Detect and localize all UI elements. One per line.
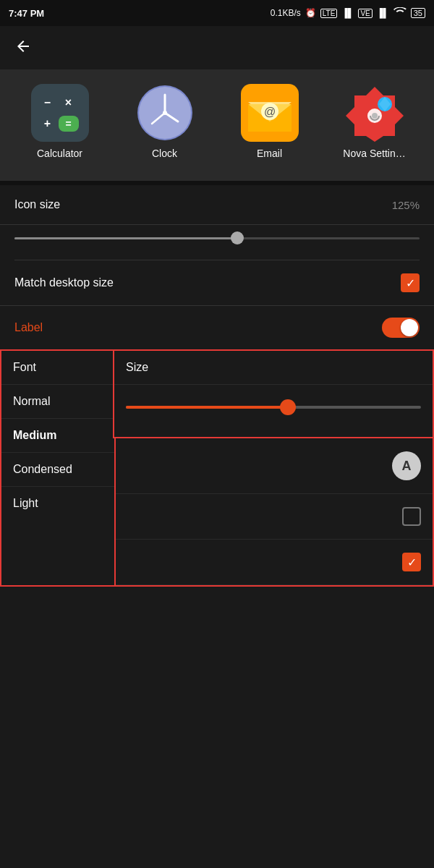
lte2-icon: VE: [358, 9, 372, 18]
icon-size-label: Icon size: [14, 198, 60, 211]
back-button[interactable]: [0, 26, 434, 69]
font-header: Font: [1, 351, 114, 385]
email-label: Email: [257, 148, 282, 159]
lte-icon: LTE: [320, 9, 338, 18]
clock-label: Clock: [152, 148, 177, 159]
label-toggle[interactable]: [382, 318, 420, 338]
calculator-label: Calculator: [37, 148, 82, 159]
checkbox-checked[interactable]: ✓: [402, 553, 421, 571]
icon-size-row: Icon size 125%: [0, 185, 434, 225]
svg-point-17: [372, 113, 378, 119]
clock-icon: [136, 84, 194, 142]
size-slider-area[interactable]: [114, 385, 433, 437]
font-item-light[interactable]: Light: [1, 487, 114, 520]
status-bar: 7:47 PM 0.1KB/s ⏰ LTE ▐▌ VE ▐▌ 35: [0, 0, 434, 26]
font-item-medium[interactable]: Medium: [1, 419, 114, 453]
svg-text:@: @: [263, 106, 275, 118]
label-row: Label: [0, 306, 434, 349]
size-header: Size: [114, 351, 433, 385]
email-icon: @: [241, 84, 299, 142]
right-item-avatar: A: [116, 438, 433, 494]
network-speed: 0.1KB/s: [271, 8, 301, 18]
match-desktop-row[interactable]: Match desktop size ✓: [0, 260, 434, 306]
icon-size-slider-row[interactable]: [0, 225, 434, 260]
signal2-icon: ▐▌: [377, 8, 389, 18]
font-box: Font Normal Medium Condensed Light: [0, 349, 116, 587]
toggle-knob: [401, 319, 418, 336]
checkbox-empty[interactable]: [402, 507, 421, 526]
font-size-container: Font Normal Medium Condensed Light Size: [0, 349, 434, 587]
battery-icon: 35: [411, 8, 425, 18]
size-right-column: Size A: [114, 349, 434, 587]
right-item-checkbox-empty[interactable]: [116, 494, 433, 540]
alarm-icon: ⏰: [305, 8, 316, 18]
app-item-clock[interactable]: Clock: [125, 84, 205, 159]
app-item-calculator[interactable]: − × + = Calculator: [20, 84, 100, 159]
label-text: Label: [14, 321, 43, 334]
app-item-email[interactable]: @ Email: [230, 84, 310, 159]
nova-label: Nova Settin…: [343, 148, 405, 159]
wifi-icon: [393, 7, 407, 20]
status-time: 7:47 PM: [9, 8, 44, 19]
calculator-icon: − × + =: [31, 84, 89, 142]
right-items-box: A ✓: [114, 437, 434, 587]
settings-section: Icon size 125% Match desktop size ✓ Labe…: [0, 185, 434, 587]
svg-point-5: [163, 111, 167, 115]
font-item-normal[interactable]: Normal: [1, 385, 114, 419]
avatar-a: A: [392, 451, 421, 480]
icon-size-value: 125%: [392, 199, 420, 211]
right-item-checkbox-checked[interactable]: ✓: [116, 540, 433, 585]
app-icons-section: − × + = Calculator Clock @ Email: [0, 69, 434, 181]
app-item-nova[interactable]: Nova Settin…: [335, 84, 414, 159]
nova-icon: [346, 84, 404, 142]
status-right: 0.1KB/s ⏰ LTE ▐▌ VE ▐▌ 35: [271, 7, 425, 20]
match-desktop-checkbox[interactable]: ✓: [401, 273, 420, 292]
match-desktop-label: Match desktop size: [14, 276, 114, 289]
signal-icon: ▐▌: [341, 8, 354, 18]
font-item-condensed[interactable]: Condensed: [1, 453, 114, 487]
size-box: Size: [113, 349, 434, 438]
